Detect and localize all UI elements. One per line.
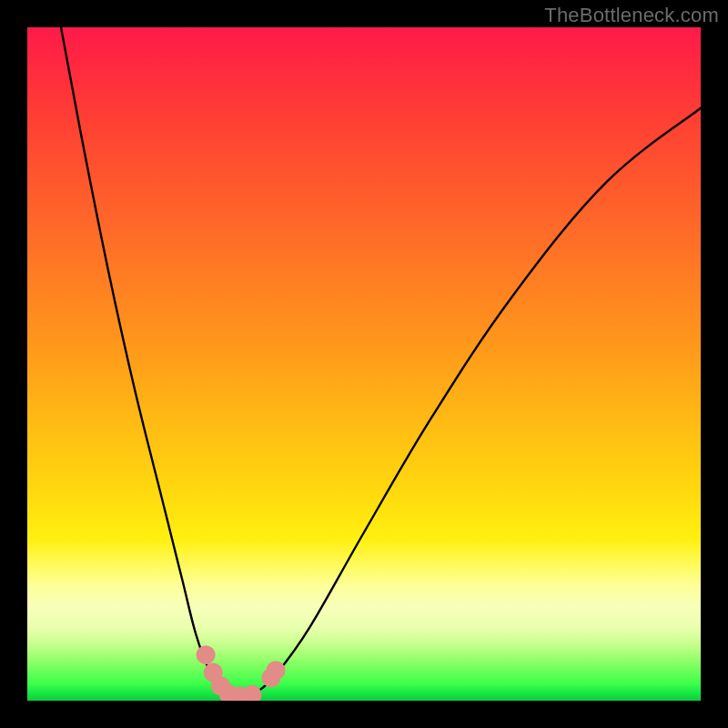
chart-frame: TheBottleneck.com (0, 0, 728, 728)
markers-group (197, 645, 286, 701)
marker-1 (197, 645, 216, 664)
watermark-text: TheBottleneck.com (544, 4, 719, 27)
bottleneck-curve (61, 27, 701, 701)
plot-area (27, 27, 701, 701)
curve-svg (27, 27, 701, 701)
marker-6 (243, 685, 262, 701)
marker-8 (267, 661, 286, 680)
